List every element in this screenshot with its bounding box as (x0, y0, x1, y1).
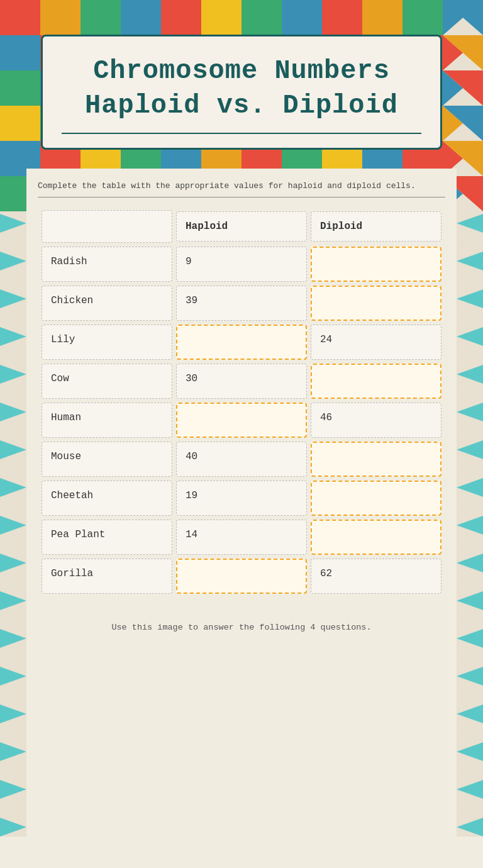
organism-name: Lily (42, 325, 172, 360)
table-row: Human46 (42, 403, 441, 438)
organism-name: Cheetah (42, 481, 172, 516)
diploid-value[interactable] (311, 520, 441, 555)
page-title: Chromosome Numbers Haploid vs. Diploid (62, 54, 421, 123)
diploid-value: 24 (311, 325, 441, 360)
diploid-value[interactable] (311, 442, 441, 477)
haploid-value: 19 (176, 481, 307, 516)
diploid-value: 46 (311, 403, 441, 438)
haploid-value[interactable] (176, 325, 307, 360)
haploid-value[interactable] (176, 559, 307, 594)
title-box: Chromosome Numbers Haploid vs. Diploid (41, 35, 442, 150)
organism-name: Gorilla (42, 559, 172, 594)
haploid-value[interactable] (176, 403, 307, 438)
organism-name: Chicken (42, 286, 172, 321)
table-row: Chicken39 (42, 286, 441, 321)
diploid-value[interactable] (311, 247, 441, 282)
diploid-value[interactable] (311, 481, 441, 516)
header-haploid: Haploid (176, 211, 307, 242)
diploid-value: 62 (311, 559, 441, 594)
haploid-value: 40 (176, 442, 307, 477)
organism-name: Mouse (42, 442, 172, 477)
table-row: Lily24 (42, 325, 441, 360)
table-row: Cow30 (42, 364, 441, 399)
organism-name: Cow (42, 364, 172, 399)
table-row: Pea Plant14 (42, 520, 441, 555)
instruction-text: Complete the table with the appropriate … (38, 181, 445, 198)
table-row: Cheetah19 (42, 481, 441, 516)
table-row: Radish9 (42, 247, 441, 282)
svg-marker-11 (443, 0, 483, 35)
table-header-row: Haploid Diploid (42, 210, 441, 243)
header-empty (42, 210, 172, 243)
chromosome-table: Haploid Diploid Radish9Chicken39Lily24Co… (38, 206, 445, 598)
haploid-value: 9 (176, 247, 307, 282)
organism-name: Pea Plant (42, 520, 172, 555)
haploid-value: 14 (176, 520, 307, 555)
organism-name: Human (42, 403, 172, 438)
haploid-value: 39 (176, 286, 307, 321)
diploid-value[interactable] (311, 364, 441, 399)
table-row: Gorilla62 (42, 559, 441, 594)
table-row: Mouse40 (42, 442, 441, 477)
haploid-value: 30 (176, 364, 307, 399)
header-diploid: Diploid (311, 211, 441, 242)
footer-text: Use this image to answer the following 4… (26, 623, 457, 632)
organism-name: Radish (42, 247, 172, 282)
diploid-value[interactable] (311, 286, 441, 321)
